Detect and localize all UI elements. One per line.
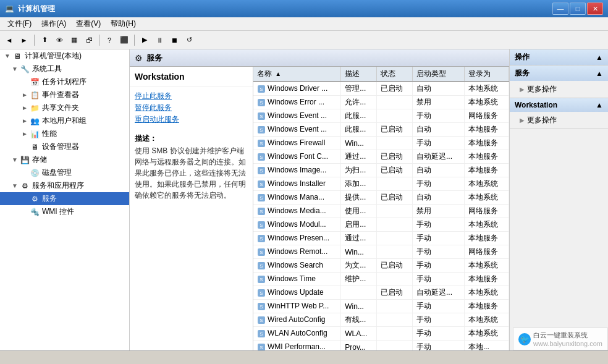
cell-status	[377, 300, 413, 313]
sort-arrow: ▲	[275, 70, 281, 77]
cell-desc	[341, 286, 377, 300]
tree-event-viewer[interactable]: ► 📋 事件查看器	[0, 88, 129, 101]
cell-login: 本地系统	[464, 218, 509, 232]
cell-login: 本地系统	[464, 259, 509, 273]
col-startup[interactable]: 启动类型	[413, 67, 465, 82]
svg-text:S: S	[260, 182, 263, 187]
right-panel-ops-header: 操作 ▲	[510, 49, 608, 65]
toolbar-separator-2	[99, 35, 99, 46]
toolbar-play[interactable]: ▶	[138, 33, 151, 47]
svg-text:S: S	[260, 345, 263, 350]
table-row[interactable]: SWired AutoConfig 有线... 手动 本地系统	[253, 313, 509, 327]
toolbar-show-hide[interactable]: 👁	[53, 33, 66, 47]
tree-root[interactable]: ▼ 🖥 计算机管理(本地)	[0, 49, 129, 62]
table-row[interactable]: SWindows Event ... 此服... 已启动 自动 本地服务	[253, 123, 509, 137]
menu-file[interactable]: 文件(F)	[2, 17, 36, 30]
table-row[interactable]: SWindows Firewall Win... 手动 本地服务	[253, 137, 509, 150]
stop-service-link[interactable]: 停止此服务	[135, 91, 248, 101]
toolbar-forward[interactable]: ►	[17, 33, 31, 47]
svg-text:S: S	[260, 168, 263, 174]
table-row[interactable]: SWindows Mana... 提供... 已启动 自动 本地系统	[253, 191, 509, 205]
tree-disk-mgmt[interactable]: 💿 磁盘管理	[0, 166, 129, 179]
table-row[interactable]: SWindows Media... 使用... 禁用 网络服务	[253, 205, 509, 218]
table-row[interactable]: SWinHTTP Web P... Win... 手动 本地服务	[253, 300, 509, 313]
col-login[interactable]: 登录为	[464, 67, 509, 82]
table-row[interactable]: SWindows Error ... 允许... 禁用 本地系统	[253, 96, 509, 109]
tree-local-users[interactable]: ► 👥 本地用户和组	[0, 114, 129, 127]
toolbar-view[interactable]: ▦	[67, 33, 81, 47]
svg-text:S: S	[260, 331, 263, 337]
tree-expand-wmi	[20, 207, 30, 217]
table-row[interactable]: SWindows Installer 添加... 手动 本地系统	[253, 177, 509, 191]
cell-status	[377, 341, 413, 351]
panel-header-label: 服务	[146, 53, 163, 64]
tree-services-apps-label: 服务和应用程序	[32, 180, 84, 191]
table-row[interactable]: SWindows Font C... 通过... 已启动 自动延迟... 本地服…	[253, 150, 509, 164]
toolbar-export[interactable]: ⬛	[117, 33, 131, 47]
cell-desc: Win...	[341, 245, 377, 259]
cell-login: 本地系统	[464, 96, 509, 109]
toolbar-pause[interactable]: ⏸	[153, 33, 166, 47]
col-desc[interactable]: 描述	[341, 67, 377, 82]
tree-users-label: 本地用户和组	[42, 116, 87, 126]
cell-status: 已启动	[377, 191, 413, 205]
toolbar-stop[interactable]: ⏹	[167, 33, 181, 47]
table-row[interactable]: SWLAN AutoConfig WLA... 手动 本地系统	[253, 327, 509, 341]
toolbar-restart[interactable]: ↺	[182, 33, 196, 47]
tree-task-label: 任务计划程序	[42, 77, 87, 87]
cell-desc: 添加...	[341, 177, 377, 191]
table-row[interactable]: SWindows Event ... 此服... 手动 网络服务	[253, 109, 509, 123]
right-panel-more-actions-2[interactable]: ▶ 更多操作	[510, 113, 608, 127]
svg-text:S: S	[260, 114, 263, 119]
pause-service-link[interactable]: 暂停此服务	[135, 103, 248, 113]
cell-startup: 自动	[413, 123, 465, 137]
tree-wmi[interactable]: 🔩 WMI 控件	[0, 205, 129, 218]
right-panel-more-actions-1[interactable]: ▶ 更多操作	[510, 82, 608, 96]
maximize-button[interactable]: □	[570, 2, 586, 15]
menu-help[interactable]: 帮助(H)	[106, 17, 141, 30]
tree-performance-label: 性能	[42, 129, 57, 139]
table-row[interactable]: SWindows Time 维护... 手动 本地服务	[253, 273, 509, 286]
table-row[interactable]: SWindows Modul... 启用... 手动 本地系统	[253, 218, 509, 232]
tree-system-tools[interactable]: ▼ 🔧 系统工具	[0, 62, 129, 75]
minimize-button[interactable]: —	[552, 2, 568, 15]
svg-text:S: S	[260, 318, 263, 323]
svg-text:S: S	[260, 263, 263, 269]
table-row[interactable]: SWindows Image... 为扫... 已启动 自动 本地服务	[253, 164, 509, 177]
restart-service-link[interactable]: 重启动此服务	[135, 114, 248, 125]
right-panel-services: 服务 ▲ ▶ 更多操作	[510, 66, 608, 98]
cell-status: 已启动	[377, 286, 413, 300]
toolbar-new-window[interactable]: 🗗	[82, 33, 96, 47]
table-row[interactable]: SWindows Update 已启动 自动延迟... 本地系统	[253, 286, 509, 300]
tree-storage[interactable]: ▼ 💾 存储	[0, 153, 129, 166]
cell-login: 本地服务	[464, 273, 509, 286]
tree-task-scheduler[interactable]: 📅 任务计划程序	[0, 75, 129, 88]
close-button[interactable]: ✕	[587, 2, 603, 15]
tree-performance[interactable]: ► 📊 性能	[0, 127, 129, 140]
cell-desc: 通过...	[341, 150, 377, 164]
toolbar-help[interactable]: ?	[103, 33, 116, 47]
toolbar-back[interactable]: ◄	[2, 33, 16, 47]
cell-login: 本地服务	[464, 300, 509, 313]
tree-expand-storage: ▼	[10, 155, 20, 165]
event-viewer-icon: 📋	[30, 90, 40, 100]
menu-view[interactable]: 查看(V)	[71, 17, 106, 30]
cell-startup: 手动	[413, 232, 465, 245]
tree-services-apps[interactable]: ▼ ⚙ 服务和应用程序	[0, 179, 129, 192]
tree-device-manager[interactable]: 🖥 设备管理器	[0, 140, 129, 153]
table-row[interactable]: SWindows Search 为文... 已启动 手动 本地系统	[253, 259, 509, 273]
cell-login: 本地系统	[464, 82, 509, 96]
table-row[interactable]: SWindows Remot... Win... 手动 网络服务	[253, 245, 509, 259]
tree-services[interactable]: ⚙ 服务	[0, 192, 129, 205]
table-row[interactable]: SWMI Performan... Prov... 手动 本地...	[253, 341, 509, 351]
menu-action[interactable]: 操作(A)	[36, 17, 71, 30]
svg-text:S: S	[260, 236, 263, 242]
tree-shared-folders[interactable]: ► 📁 共享文件夹	[0, 101, 129, 114]
system-tools-icon: 🔧	[20, 64, 30, 74]
toolbar-up[interactable]: ⬆	[38, 33, 51, 47]
col-name[interactable]: 名称 ▲	[253, 67, 341, 82]
svg-text:S: S	[260, 290, 263, 296]
col-status[interactable]: 状态	[377, 67, 413, 82]
table-row[interactable]: SWindows Presen... 通过... 手动 本地服务	[253, 232, 509, 245]
table-row[interactable]: SWindows Driver ... 管理... 已启动 自动 本地系统	[253, 82, 509, 96]
